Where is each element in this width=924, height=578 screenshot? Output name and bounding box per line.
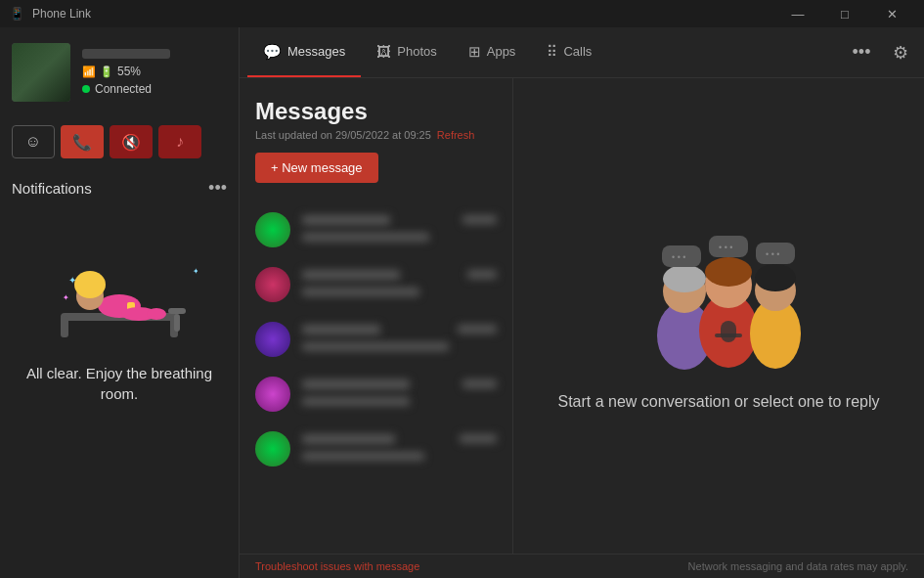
svg-point-13: [147, 308, 166, 320]
conv-name: [302, 325, 380, 334]
messages-title: Messages: [255, 98, 497, 125]
notification-illustration: ✦ ✦ ✦ All clear. Enjoy the breathing roo…: [12, 210, 227, 423]
new-message-button[interactable]: + New message: [255, 153, 378, 183]
conversation-item[interactable]: [240, 202, 512, 257]
conv-name: [302, 270, 400, 280]
svg-rect-4: [174, 314, 180, 332]
conv-avatar: [255, 377, 290, 412]
svg-rect-29: [721, 321, 736, 342]
refresh-link[interactable]: Refresh: [437, 129, 475, 141]
tab-calls[interactable]: ⠿ Calls: [531, 27, 607, 77]
wifi-icon: 📶: [82, 66, 96, 78]
conversation-item[interactable]: [240, 367, 512, 422]
conversation-list[interactable]: [240, 202, 512, 554]
notifications-more-button[interactable]: •••: [208, 178, 227, 199]
conv-time: [462, 379, 497, 388]
settings-button[interactable]: ⚙: [885, 37, 916, 68]
conv-avatar: [255, 267, 290, 302]
conv-time: [458, 325, 497, 333]
conv-details: [302, 434, 497, 465]
svg-text:✦: ✦: [63, 293, 69, 302]
svg-text:✦: ✦: [193, 267, 198, 276]
conv-preview: [302, 452, 424, 461]
svg-rect-30: [715, 333, 742, 337]
conv-details: [302, 270, 497, 300]
tab-photos[interactable]: 🖼 Photos: [361, 27, 452, 77]
conv-avatar: [255, 322, 290, 357]
device-avatar-image: [12, 43, 70, 102]
svg-rect-1: [61, 316, 68, 337]
svg-text:• • •: • • •: [672, 252, 685, 262]
tab-apps[interactable]: ⊞ Apps: [453, 27, 532, 77]
conv-name: [302, 379, 410, 389]
connected-text: Connected: [95, 82, 152, 96]
apps-tab-label: Apps: [487, 44, 516, 59]
battery-icon: 🔋: [100, 66, 113, 78]
connected-row: Connected: [82, 82, 227, 96]
conv-name-row: [302, 325, 497, 334]
conv-avatar: [255, 431, 290, 467]
svg-text:• • •: • • •: [719, 243, 732, 252]
conversation-item[interactable]: [240, 257, 512, 312]
svg-point-19: [705, 257, 752, 287]
nav-tabs: 💬 Messages 🖼 Photos ⊞ Apps ⠿ Calls: [247, 27, 607, 77]
device-name: [82, 49, 170, 59]
calls-tab-label: Calls: [563, 44, 592, 59]
conv-details: [302, 215, 497, 245]
notifications-header: Notifications •••: [12, 178, 227, 199]
minimize-button[interactable]: —: [775, 0, 820, 27]
notifications-title: Notifications: [12, 180, 92, 197]
device-status-row: 📶 🔋 55%: [82, 65, 227, 78]
svg-text:✦: ✦: [68, 275, 76, 286]
app-container: 📶 🔋 55% Connected ☺ 📞 🔇 ♪ Notifications …: [0, 27, 924, 578]
tab-messages[interactable]: 💬 Messages: [247, 27, 361, 77]
conversation-item[interactable]: [240, 422, 512, 476]
notifications-section: Notifications •••: [0, 166, 239, 578]
maximize-button[interactable]: □: [822, 0, 867, 27]
close-button[interactable]: ✕: [869, 0, 914, 27]
device-info: 📶 🔋 55% Connected: [0, 27, 239, 117]
device-details: 📶 🔋 55% Connected: [82, 49, 227, 96]
conv-preview: [302, 233, 429, 242]
message-detail-panel: • • • • • • • • • Start a new conversati…: [513, 78, 924, 554]
mute-button[interactable]: 🔇: [110, 125, 153, 158]
conv-time: [462, 215, 497, 224]
messages-area: Messages Last updated on 29/05/2022 at 0…: [240, 78, 924, 554]
action-buttons: ☺ 📞 🔇 ♪: [0, 117, 239, 166]
conv-name-row: [302, 379, 497, 389]
svg-point-22: [755, 264, 796, 291]
messages-tab-icon: 💬: [263, 43, 282, 61]
conv-name: [302, 434, 395, 444]
messages-updated: Last updated on 29/05/2022 at 09:25 Refr…: [255, 129, 497, 141]
battery-level: 55%: [117, 65, 141, 78]
music-button[interactable]: ♪: [158, 125, 201, 158]
title-bar: 📱 Phone Link — □ ✕: [0, 0, 924, 27]
conv-preview: [302, 397, 410, 406]
chat-illustration: • • • • • • • • •: [611, 218, 826, 375]
conv-preview: [302, 288, 419, 296]
troubleshoot-link[interactable]: Troubleshoot issues with message: [255, 560, 419, 572]
device-avatar: [12, 43, 70, 102]
app-title: Phone Link: [32, 7, 91, 21]
relax-illustration: ✦ ✦ ✦: [41, 230, 198, 347]
photos-tab-label: Photos: [397, 44, 436, 59]
conv-name-row: [302, 434, 497, 444]
conversation-item[interactable]: [240, 312, 512, 367]
conv-preview: [302, 342, 449, 351]
conv-details: [302, 325, 497, 355]
conv-details: [302, 379, 497, 410]
emoji-button[interactable]: ☺: [12, 125, 55, 158]
nav-controls: ••• ⚙: [846, 37, 916, 68]
footer-disclaimer: Network messaging and data rates may app…: [688, 560, 908, 572]
last-updated-text: Last updated on 29/05/2022 at 09:25: [255, 129, 431, 141]
empty-state-text: Start a new conversation or select one t…: [557, 390, 879, 414]
phone-button[interactable]: 📞: [61, 125, 104, 158]
messages-header: Messages Last updated on 29/05/2022 at 0…: [240, 78, 512, 202]
svg-rect-3: [168, 308, 186, 314]
message-list: Messages Last updated on 29/05/2022 at 0…: [240, 78, 513, 554]
more-options-button[interactable]: •••: [846, 37, 877, 68]
conv-avatar: [255, 212, 290, 247]
conv-time: [460, 434, 497, 443]
apps-tab-icon: ⊞: [468, 43, 481, 61]
new-message-label: + New message: [271, 160, 363, 175]
